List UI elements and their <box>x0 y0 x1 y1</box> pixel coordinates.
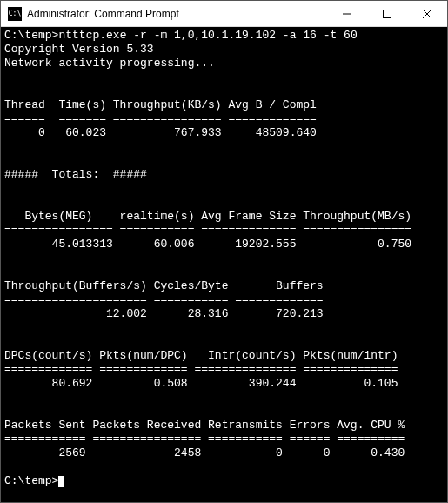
maximize-icon <box>383 10 391 18</box>
sect3-headers: Throughput(Buffers/s) Cycles/Byte Buffer… <box>4 279 324 292</box>
progress-line: Network activity progressing... <box>4 57 215 70</box>
sect2-headers: Bytes(MEG) realtime(s) Avg Frame Size Th… <box>4 210 411 223</box>
sect3-separator: ===================== =========== ======… <box>4 293 324 306</box>
maximize-button[interactable] <box>367 1 407 26</box>
sect5-separator: ============ ================ ==========… <box>4 433 405 446</box>
window-title: Administrator: Command Prompt <box>27 8 327 20</box>
svg-rect-1 <box>384 10 391 17</box>
sect5-headers: Packets Sent Packets Received Retransmit… <box>4 419 405 432</box>
terminal-output[interactable]: C:\temp>ntttcp.exe -r -m 1,0,10.1.19.102… <box>1 27 447 502</box>
prompt: C:\temp> <box>4 29 58 42</box>
sect5-row: 2569 2458 0 0 0.430 <box>4 446 405 459</box>
cursor <box>58 476 64 487</box>
sect2-row: 45.013313 60.006 19202.555 0.750 <box>4 238 411 251</box>
sect1-row: 0 60.023 767.933 48509.640 <box>4 126 317 139</box>
prompt: C:\temp> <box>4 474 58 487</box>
cmd-icon: C:\ <box>8 7 22 21</box>
close-icon <box>423 10 431 18</box>
command-text: ntttcp.exe -r -m 1,0,10.1.19.102 -a 16 -… <box>58 29 357 42</box>
sect3-row: 12.002 28.316 720.213 <box>4 307 324 320</box>
titlebar[interactable]: C:\ Administrator: Command Prompt <box>1 1 447 27</box>
totals-label: ##### Totals: ##### <box>4 168 147 181</box>
titlebar-controls <box>327 1 447 26</box>
sect4-row: 80.692 0.508 390.244 0.105 <box>4 377 398 390</box>
sect4-separator: ============= ============= ============… <box>4 363 398 376</box>
close-button[interactable] <box>407 1 447 26</box>
command-prompt-window: C:\ Administrator: Command Prompt C:\tem… <box>0 0 448 503</box>
minimize-icon <box>343 10 351 18</box>
sect1-headers: Thread Time(s) Throughput(KB/s) Avg B / … <box>4 98 317 111</box>
sect1-separator: ====== ======= ================ ========… <box>4 112 317 125</box>
minimize-button[interactable] <box>327 1 367 26</box>
sect2-separator: ================ =========== ===========… <box>4 224 411 237</box>
copyright-line: Copyright Version 5.33 <box>4 43 154 56</box>
sect4-headers: DPCs(count/s) Pkts(num/DPC) Intr(count/s… <box>4 349 398 362</box>
